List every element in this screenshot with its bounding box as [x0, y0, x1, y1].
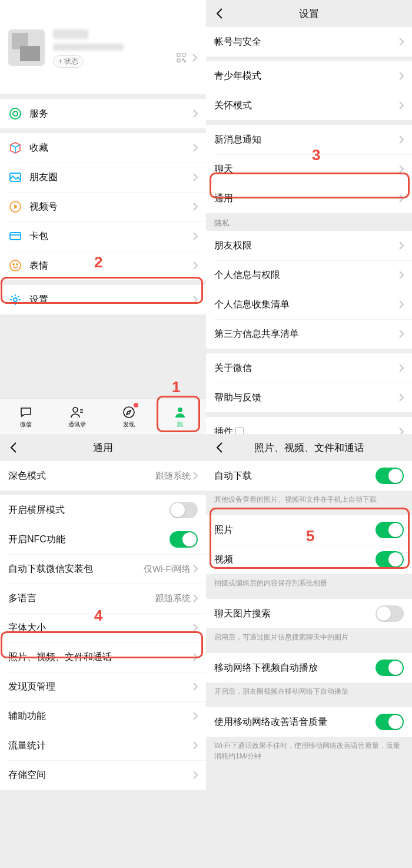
chevron-right-icon	[399, 135, 404, 144]
svg-point-5	[10, 108, 21, 119]
toggle-cell-autoplay[interactable]	[376, 660, 404, 676]
profile-card[interactable]: + 状态	[0, 0, 206, 94]
row-settings[interactable]: 设置	[0, 285, 206, 314]
chevron-right-icon	[399, 300, 404, 309]
row-image-search[interactable]: 聊天图片搜索	[206, 599, 412, 628]
avatar[interactable]	[8, 29, 45, 66]
tab-chat[interactable]: 微信	[0, 399, 52, 434]
page-title: 设置	[299, 7, 319, 21]
row-account-security[interactable]: 帐号与安全	[206, 27, 412, 57]
row-friend-perms[interactable]: 朋友权限	[206, 231, 412, 260]
screen-media-settings: 照片、视频、文件和通话 自动下载 其他设备查看的照片、视频和文件在手机上自动下载…	[206, 434, 412, 868]
back-button[interactable]	[5, 434, 22, 461]
svg-rect-1	[182, 54, 185, 57]
svg-point-10	[10, 260, 21, 271]
row-collect-list[interactable]: 个人信息收集清单	[206, 290, 412, 319]
svg-point-12	[16, 264, 18, 265]
chevron-right-icon	[399, 72, 404, 80]
row-personal-perms[interactable]: 个人信息与权限	[206, 260, 412, 290]
qr-icon[interactable]	[177, 53, 186, 62]
chevron-right-icon	[193, 472, 198, 480]
page-title: 通用	[93, 441, 113, 455]
chevron-right-icon	[399, 101, 404, 110]
chevron-right-icon	[193, 296, 198, 304]
svg-rect-2	[177, 59, 180, 62]
svg-rect-3	[182, 59, 184, 60]
page-title: 照片、视频、文件和通话	[254, 441, 364, 455]
row-help[interactable]: 帮助与反馈	[206, 383, 412, 412]
chevron-right-icon	[399, 194, 404, 203]
toggle-cell-voice[interactable]	[376, 714, 404, 730]
tab-bar: 微信 通讯录 发现 我	[0, 399, 206, 434]
chevron-right-icon	[193, 712, 198, 720]
row-cell-voice[interactable]: 使用移动网络改善语音质量	[206, 707, 412, 737]
row-traffic[interactable]: 流量统计	[0, 731, 206, 760]
note-cell-voice: Wi-Fi下通话效果不佳时，使用移动网络改善语音质量，流量消耗约1M/分钟	[206, 737, 412, 767]
row-teen-mode[interactable]: 青少年模式	[206, 61, 412, 91]
row-auto-dl-apk[interactable]: 自动下载微信安装包仅Wi-Fi网络	[0, 554, 206, 584]
row-moments[interactable]: 朋友圈	[0, 163, 206, 192]
note-save-media: 拍摄或编辑后的内容保存到系统相册	[206, 574, 412, 594]
row-favorites[interactable]: 收藏	[0, 133, 206, 163]
row-notifications[interactable]: 新消息通知	[206, 125, 412, 154]
row-landscape[interactable]: 开启横屏模式	[0, 495, 206, 525]
tab-discover[interactable]: 发现	[103, 399, 155, 434]
tab-me[interactable]: 我	[155, 399, 207, 434]
svg-point-6	[13, 111, 18, 116]
svg-point-16	[178, 408, 182, 412]
status-chip[interactable]: + 状态	[53, 55, 84, 68]
chevron-right-icon	[193, 741, 198, 750]
chevron-right-icon	[399, 393, 404, 402]
chevron-right-icon	[193, 594, 198, 602]
row-dark-mode[interactable]: 深色模式跟随系统	[0, 461, 206, 491]
svg-point-13	[14, 298, 17, 302]
toggle-save-photo[interactable]	[376, 522, 404, 538]
row-services[interactable]: 服务	[0, 99, 206, 128]
row-general[interactable]: 通用	[206, 184, 412, 213]
row-save-video[interactable]: 视频	[206, 545, 412, 574]
titlebar: 通用	[0, 434, 206, 461]
row-share-list[interactable]: 第三方信息共享清单	[206, 319, 412, 349]
row-auto-download[interactable]: 自动下载	[206, 461, 412, 491]
note-cell-autoplay: 开启后，朋友圈视频在移动网络下自动播放	[206, 683, 412, 703]
screen-general: 通用 深色模式跟随系统 开启横屏模式 开启NFC功能 自动下载微信安装包仅Wi-…	[0, 434, 206, 868]
gear-icon	[8, 293, 22, 307]
chevron-right-icon	[399, 241, 404, 250]
row-channels[interactable]: 视频号	[0, 192, 206, 221]
row-language[interactable]: 多语言跟随系统	[0, 584, 206, 613]
row-stickers[interactable]: 表情	[0, 251, 206, 280]
row-font-size[interactable]: 字体大小	[0, 613, 206, 642]
row-storage[interactable]: 存储空间	[0, 760, 206, 790]
chevron-right-icon	[399, 38, 404, 46]
toggle-image-search[interactable]	[376, 605, 404, 622]
chevron-right-icon	[193, 624, 198, 632]
row-care-mode[interactable]: 关怀模式	[206, 91, 412, 120]
chevron-right-icon	[399, 165, 404, 173]
row-discover-mgmt[interactable]: 发现页管理	[0, 672, 206, 701]
toggle-auto-download[interactable]	[376, 468, 404, 484]
svg-point-15	[124, 407, 134, 418]
row-about[interactable]: 关于微信	[206, 353, 412, 383]
image-icon	[8, 170, 22, 184]
row-media-calls[interactable]: 照片、视频、文件和通话	[0, 642, 206, 672]
toggle-nfc[interactable]	[170, 531, 198, 548]
back-button[interactable]	[211, 434, 228, 461]
smile-icon	[8, 259, 22, 273]
chevron-right-icon	[193, 232, 198, 240]
row-accessibility[interactable]: 辅助功能	[0, 701, 206, 731]
row-cell-autoplay[interactable]: 移动网络下视频自动播放	[206, 653, 412, 683]
back-button[interactable]	[211, 0, 228, 27]
row-chat[interactable]: 聊天	[206, 154, 412, 184]
row-save-photo[interactable]: 照片	[206, 515, 412, 545]
badge-dot	[134, 403, 138, 408]
chevron-right-icon	[399, 330, 404, 338]
tab-contacts[interactable]: 通讯录	[52, 399, 104, 434]
row-cards[interactable]: 卡包	[0, 221, 206, 251]
svg-rect-9	[10, 233, 21, 240]
row-nfc[interactable]: 开启NFC功能	[0, 525, 206, 554]
toggle-landscape[interactable]	[170, 502, 198, 518]
svg-point-11	[13, 264, 14, 265]
chevron-right-icon	[193, 683, 198, 691]
chevron-right-icon	[193, 110, 198, 118]
toggle-save-video[interactable]	[376, 551, 404, 568]
